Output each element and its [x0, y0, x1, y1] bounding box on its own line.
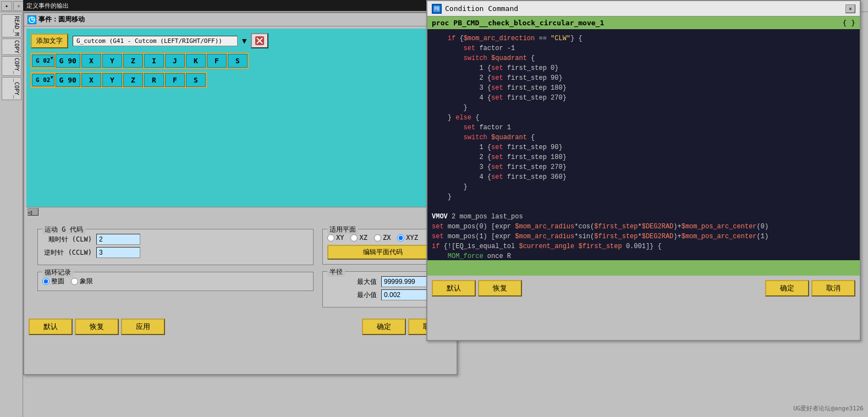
gcode-block-g02-2[interactable]: G 02: [32, 74, 54, 86]
code-line-3: switch $quadrant {: [432, 53, 855, 63]
gcode-block-g02-1[interactable]: G 02: [32, 54, 54, 67]
plane-xy[interactable]: XY: [327, 234, 344, 242]
dialog-toolbar: 添加文字 G_cutcom (G41 - Cutcom (LEFT/RIGHT/…: [31, 33, 450, 48]
delete-button[interactable]: [251, 33, 268, 48]
gcode-block-k-1[interactable]: K: [186, 54, 206, 68]
gcode-block-z-2[interactable]: Z: [123, 73, 143, 87]
status-text: [432, 264, 436, 272]
dropdown-arrow-icon[interactable]: ▼: [242, 36, 246, 45]
event-default-btn[interactable]: 默认: [29, 319, 73, 335]
radius-section: 半径 最大值 最小值: [322, 271, 443, 308]
gcode-block-x-1[interactable]: X: [81, 54, 101, 68]
output-titlebar: 定义事件的输出: [23, 0, 426, 11]
max-row: 最大值: [327, 276, 438, 287]
motion-g-title: 运动 G 代码: [42, 225, 85, 234]
condition-close-btn[interactable]: ✕: [845, 4, 855, 13]
cw-input[interactable]: [96, 234, 140, 245]
gcode-row-1: G 02 G 90 X Y Z I J K F S: [31, 53, 249, 69]
scroll-track: [40, 210, 442, 214]
sidebar-item-copy3[interactable]: _COPY_: [2, 77, 21, 100]
plane-xz[interactable]: XZ: [350, 234, 367, 242]
gcode-block-g90-1[interactable]: G 90: [56, 54, 80, 68]
code-line-18: [432, 202, 855, 212]
plane-xyz-radio[interactable]: [397, 234, 404, 242]
plane-xy-label: XY: [336, 234, 344, 242]
min-row: 最小值: [327, 289, 438, 300]
toolbar-btn-1[interactable]: ✦: [1, 1, 12, 11]
edit-plane-btn[interactable]: 编辑平面代码: [327, 245, 438, 260]
watermark: UG爱好者论坛@ange3126: [793, 404, 864, 413]
ccw-label: 逆时针 (CCLW): [42, 248, 92, 257]
event-confirm-btn[interactable]: 确定: [362, 319, 406, 335]
condition-default-btn[interactable]: 默认: [432, 280, 476, 297]
sidebar-item-copy1[interactable]: COPY: [2, 39, 21, 55]
event-restore-btn[interactable]: 恢复: [75, 319, 119, 335]
plane-section: 适用平面 XY XZ ZX: [322, 229, 443, 265]
code-line-23: MOM_force once R: [432, 251, 855, 260]
code-line-15: 4 {set first_step 360}: [432, 172, 855, 182]
loop-quad-radio[interactable]: [71, 278, 78, 285]
sidebar-item-read-m[interactable]: READ_M: [2, 14, 21, 37]
gcode-block-z-1[interactable]: Z: [123, 54, 143, 68]
loop-quadrant[interactable]: 象限: [71, 277, 93, 286]
loop-full-radio[interactable]: [42, 278, 50, 285]
loop-radio-group: 整圆 象限: [42, 277, 309, 286]
code-line-10: set factor 1: [432, 123, 855, 133]
event-dialog: 事件：圆周移动 添加文字 G_cutcom (G41 - Cutcom (LEF…: [23, 12, 458, 375]
code-line-20: set mom_pos(0) [expr $mom_arc_radius*cos…: [432, 222, 855, 232]
code-area[interactable]: if {$mom_arc_direction == "CLW"} { set f…: [427, 29, 860, 260]
condition-restore-btn[interactable]: 恢复: [478, 280, 522, 297]
gcode-block-f-2[interactable]: F: [165, 73, 185, 87]
horizontal-scrollbar[interactable]: ◁ ▷: [26, 207, 454, 216]
loop-full-label: 整圆: [51, 277, 64, 286]
plane-title: 适用平面: [327, 225, 358, 234]
code-line-13: 2 {set first_step 180}: [432, 152, 855, 162]
code-line-6: 3 {set first_step 180}: [432, 83, 855, 93]
gcode-row-2: G 02 G 90 X Y Z R F S: [31, 72, 207, 88]
plane-zx-radio[interactable]: [374, 234, 381, 242]
gcutcom-dropdown[interactable]: G_cutcom (G41 - Cutcom (LEFT/RIGHT/OFF)): [73, 36, 238, 46]
ccw-row: 逆时针 (CCLW): [42, 247, 309, 258]
condition-status-bar: [427, 260, 860, 276]
code-line-22: if {![EQ_is_equal_tol $current_angle $fi…: [432, 242, 855, 251]
plane-xyz-label: XYZ: [406, 234, 418, 242]
scroll-left-btn[interactable]: ◁: [28, 208, 39, 216]
condition-title-left: PB Condition Command: [432, 4, 518, 14]
plane-xy-radio[interactable]: [327, 234, 334, 242]
event-content-area: 添加文字 G_cutcom (G41 - Cutcom (LEFT/RIGHT/…: [26, 29, 454, 216]
min-label: 最小值: [327, 290, 377, 300]
gcode-block-s-2[interactable]: S: [186, 73, 206, 87]
gcode-block-s-1[interactable]: S: [228, 54, 248, 68]
condition-cancel-btn[interactable]: 取消: [811, 280, 855, 297]
radius-title: 半径: [327, 267, 345, 277]
plane-zx[interactable]: ZX: [374, 234, 391, 242]
cw-label: 顺时针 (CLW): [42, 235, 92, 244]
code-line-2: set factor -1: [432, 43, 855, 53]
cw-row: 顺时针 (CLW): [42, 234, 309, 245]
gcode-block-i-1[interactable]: I: [144, 54, 164, 68]
gcode-block-y-2[interactable]: Y: [102, 73, 122, 87]
proc-name: PB_CMD__check_block_circular_move_1: [453, 19, 604, 27]
watermark-text: UG爱好者论坛@ange3126: [793, 405, 864, 412]
add-text-button[interactable]: 添加文字: [31, 34, 68, 48]
loop-full-circle[interactable]: 整圆: [42, 277, 64, 286]
gcode-block-g90-2[interactable]: G 90: [56, 73, 80, 87]
proc-braces: { }: [843, 19, 855, 27]
sidebar-item-copy2[interactable]: COPY_: [2, 56, 21, 76]
code-line-9: } else {: [432, 113, 855, 123]
code-line-1: if {$mom_arc_direction == "CLW"} {: [432, 34, 855, 43]
gcode-block-y-1[interactable]: Y: [102, 54, 122, 68]
plane-xyz[interactable]: XYZ: [397, 234, 418, 242]
gcode-block-j-1[interactable]: J: [165, 54, 185, 68]
proc-header: proc PB_CMD__check_block_circular_move_1…: [427, 17, 860, 29]
condition-confirm-btn[interactable]: 确定: [765, 280, 809, 297]
toolbar-btn-2[interactable]: ✧: [13, 1, 24, 11]
bottom-left-section: 运动 G 代码 顺时针 (CLW) 逆时针 (CCLW) 循环记录: [37, 222, 314, 312]
gcode-block-r-2[interactable]: R: [144, 73, 164, 87]
gcode-block-f-1[interactable]: F: [207, 54, 227, 68]
ccw-input[interactable]: [96, 247, 140, 258]
bottom-layout: 运动 G 代码 顺时针 (CLW) 逆时针 (CCLW) 循环记录: [33, 222, 448, 312]
gcode-block-x-2[interactable]: X: [81, 73, 101, 87]
plane-xz-radio[interactable]: [350, 234, 358, 242]
event-apply-btn[interactable]: 应用: [121, 319, 165, 335]
